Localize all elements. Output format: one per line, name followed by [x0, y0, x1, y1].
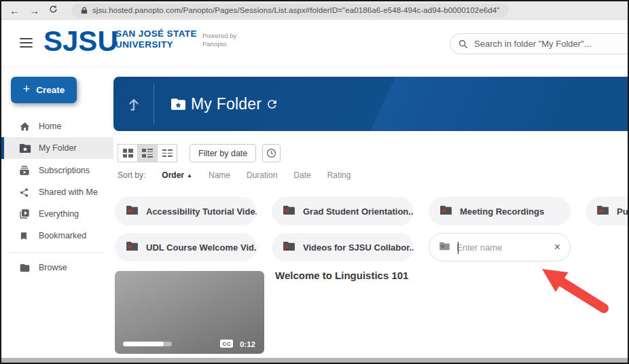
url-text: sjsu.hosted.panopto.com/Panopto/Pages/Se…	[92, 6, 499, 14]
banner-divider	[154, 84, 154, 124]
grid-view-icon	[123, 149, 133, 158]
video-thumbnail[interactable]: CC 0:12	[115, 271, 264, 354]
powered-by-panopto: Powered by Panopto	[202, 32, 236, 48]
folder-tile[interactable]: UDL Course Welcome Vid...	[115, 233, 257, 261]
new-folder-name-tile[interactable]: ×	[429, 233, 571, 261]
sidebar-item-home[interactable]: Home	[1, 115, 113, 137]
sort-option-name[interactable]: Name	[209, 170, 230, 180]
bottom-scrubber-bar	[1, 358, 628, 363]
folder-icon	[283, 205, 295, 218]
folder-icon	[126, 205, 139, 218]
sidebar-item-my-folder[interactable]: My Folder	[1, 137, 113, 159]
sidebar-item-label: Subscriptions	[39, 166, 90, 175]
browser-forward-icon[interactable]: →	[29, 5, 39, 16]
list-view-icon	[162, 149, 173, 157]
folder-tile[interactable]: Grad Student Orientation...	[272, 197, 414, 225]
sidebar-item-label: Browse	[39, 263, 67, 272]
share-icon	[19, 186, 31, 198]
folder-icon	[439, 205, 452, 218]
sidebar-item-everything[interactable]: Everything	[1, 203, 113, 225]
video-progress-bar	[123, 342, 172, 346]
recent-clock-button[interactable]	[262, 144, 281, 162]
plus-icon: +	[23, 82, 31, 96]
video-duration: 0:12	[240, 340, 255, 348]
sort-ascending-icon: ▲	[187, 172, 192, 179]
new-folder-name-input[interactable]	[456, 242, 538, 253]
address-bar[interactable]: sjsu.hosted.panopto.com/Panopto/Pages/Se…	[71, 3, 509, 18]
grid-list-view-icon	[142, 149, 153, 158]
sidebar-item-browse[interactable]: Browse	[1, 257, 113, 278]
grid-view-button[interactable]	[118, 144, 138, 162]
folder-icon	[596, 205, 609, 218]
folder-tile-label: Videos for SJSU Collabor...	[303, 242, 414, 253]
sidebar-item-label: Everything	[39, 209, 79, 219]
university-name: SAN JOSÉ STATE UNIVERSITY	[115, 29, 197, 50]
folder-icon	[439, 241, 450, 253]
parent-folder-up-icon[interactable]	[113, 77, 154, 131]
browser-back-icon[interactable]: ←	[10, 5, 20, 16]
sort-option-duration[interactable]: Duration	[247, 170, 277, 180]
video-progress-fill	[123, 342, 164, 346]
folder-icon	[126, 241, 139, 254]
home-icon	[19, 120, 31, 132]
menu-hamburger-icon[interactable]	[20, 38, 33, 48]
subscriptions-icon	[19, 164, 31, 177]
lock-icon	[81, 6, 88, 14]
search-icon	[459, 39, 468, 49]
folder-star-icon	[170, 98, 186, 113]
folder-star-icon	[19, 142, 31, 154]
close-icon[interactable]: ×	[554, 242, 560, 253]
sidebar: + Create Home My Folder Subscriptions	[1, 67, 113, 364]
video-library-icon	[19, 208, 31, 220]
sidebar-item-shared-with-me[interactable]: Shared with Me	[1, 181, 113, 203]
folder-tile-label: Purp	[617, 206, 629, 217]
sjsu-logo: SJSU	[43, 25, 118, 58]
sidebar-item-label: My Folder	[39, 143, 77, 153]
folder-title: My Folder	[191, 95, 262, 113]
view-toggle-group	[118, 144, 177, 162]
folder-tile[interactable]: Accessibility Tutorial Vide...	[115, 197, 257, 225]
app-header: SJSU SAN JOSÉ STATE UNIVERSITY Powered b…	[1, 20, 628, 67]
sidebar-item-label: Shared with Me	[39, 187, 98, 197]
folder-tile-label: UDL Course Welcome Vid...	[146, 242, 257, 253]
sidebar-item-subscriptions[interactable]: Subscriptions	[1, 160, 113, 181]
sort-option-date[interactable]: Date	[293, 170, 310, 180]
clock-icon	[266, 148, 276, 158]
folder-header-banner: My Folder	[113, 77, 629, 131]
screenshot-frame: ← → sjsu.hosted.panopto.com/Panopto/Page…	[0, 0, 629, 364]
bookmark-icon	[19, 230, 31, 242]
folder-tile[interactable]: Videos for SJSU Collabor...	[272, 233, 414, 261]
refresh-icon[interactable]	[266, 98, 278, 113]
folder-tile-label: Accessibility Tutorial Vide...	[146, 206, 257, 217]
folder-search-box[interactable]	[450, 33, 629, 54]
sidebar-item-label: Bookmarked	[39, 231, 86, 240]
folder-outline-icon	[19, 261, 31, 274]
text-caret	[458, 242, 459, 254]
view-toolbar: Filter by date	[118, 144, 281, 162]
create-button-label: Create	[36, 85, 65, 95]
sort-row: Sort by: Order▲ Name Duration Date Ratin…	[118, 170, 351, 180]
folder-tile-label: Grad Student Orientation...	[303, 206, 414, 217]
sidebar-item-bookmarked[interactable]: Bookmarked	[1, 225, 113, 247]
sort-option-order[interactable]: Order▲	[162, 170, 192, 180]
browser-reload-icon[interactable]	[49, 5, 58, 16]
search-input[interactable]	[474, 39, 624, 49]
folder-icon	[283, 241, 295, 254]
filter-by-date-button[interactable]: Filter by date	[190, 144, 256, 162]
sidebar-item-label: Home	[39, 122, 61, 131]
browser-toolbar: ← → sjsu.hosted.panopto.com/Panopto/Page…	[1, 1, 628, 20]
folder-tile[interactable]: Meeting Recordings	[429, 197, 571, 225]
list-view-button[interactable]	[157, 144, 177, 162]
closed-captions-badge: CC	[220, 340, 233, 348]
sort-option-rating[interactable]: Rating	[327, 170, 351, 180]
grid-list-view-button[interactable]	[137, 144, 158, 162]
folder-tile[interactable]: Purp	[586, 197, 629, 225]
create-button[interactable]: + Create	[11, 77, 77, 103]
sort-by-label: Sort by:	[118, 170, 145, 180]
sidebar-divider	[10, 252, 105, 253]
video-title-link[interactable]: Welcome to Linguistics 101	[275, 270, 408, 281]
folder-tile-label: Meeting Recordings	[460, 206, 544, 217]
